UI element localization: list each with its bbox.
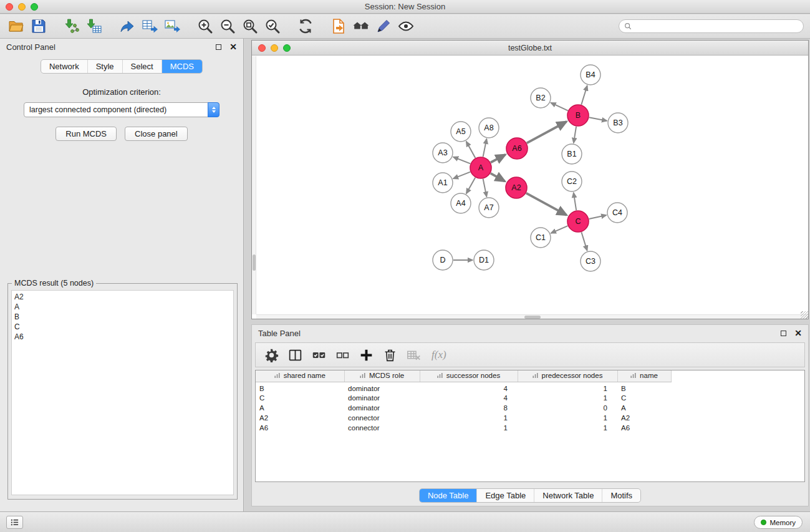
tab-motifs[interactable]: Motifs [602,489,640,502]
zoom-fit-button[interactable] [239,16,261,36]
edge-A-A4[interactable] [466,178,475,194]
edge-C-C3[interactable] [581,232,587,251]
edge-A2-C[interactable] [526,193,567,215]
edge-A-A5[interactable] [466,142,476,158]
graph-node-A5[interactable]: A5 [451,122,471,142]
deselect-all-button[interactable] [334,347,351,364]
show-graphics-button[interactable] [395,16,417,36]
tab-node-table[interactable]: Node Table [420,489,477,502]
edge-B-B4[interactable] [581,85,587,105]
tab-edge-table[interactable]: Edge Table [476,489,534,502]
network-graph[interactable]: B4B2BB3A5A8A6B1A3AC2A1A2A4A7C4CC1C3DD1 [256,56,804,314]
float-panel-icon[interactable] [216,44,221,50]
columns-button[interactable] [287,347,304,364]
import-network-button[interactable] [60,16,83,36]
edge-A-A3[interactable] [453,157,470,164]
graph-node-A6[interactable]: A6 [506,138,528,159]
minimize-window-button[interactable] [18,3,26,11]
graph-node-A2[interactable]: A2 [506,177,527,198]
graph-node-A1[interactable]: A1 [433,173,453,193]
home-views-button[interactable] [350,16,372,36]
save-session-button[interactable] [27,16,50,36]
export-table-button[interactable] [138,16,161,36]
close-panel-button[interactable]: Close panel [125,127,188,141]
column-header-shared-name[interactable]: shared name [256,370,344,382]
function-builder-button[interactable]: f(x) [429,349,446,361]
tab-network[interactable]: Network [41,60,87,73]
horizontal-scrollbar-thumb[interactable] [524,316,541,319]
mcds-result-item[interactable]: A2 [12,292,233,302]
copy-document-button[interactable] [327,16,350,36]
column-header-predecessor-nodes[interactable]: predecessor nodes [518,370,617,382]
table-row[interactable]: Bdominator41B [256,382,671,393]
export-image-button[interactable] [161,16,183,36]
edge-B-B2[interactable] [551,103,567,111]
network-zoom-button[interactable] [283,44,291,52]
tab-network-table[interactable]: Network Table [534,489,602,502]
graph-node-C3[interactable]: C3 [581,251,600,271]
import-table-button[interactable] [83,16,105,36]
graph-node-B4[interactable]: B4 [581,65,600,85]
close-table-panel-icon[interactable]: ✕ [794,329,802,337]
table-x-button[interactable] [405,347,422,364]
optimization-criterion-select[interactable]: largest connected component (directed) [24,102,219,117]
network-close-button[interactable] [258,44,266,52]
float-table-panel-icon[interactable] [781,331,786,336]
graph-node-C[interactable]: C [567,211,589,232]
network-minimize-button[interactable] [271,44,278,52]
edge-A-A8[interactable] [483,139,487,157]
graph-node-A8[interactable]: A8 [479,118,499,138]
edge-C-C4[interactable] [589,215,607,219]
vertical-scrollbar-thumb[interactable] [253,254,256,271]
mcds-result-item[interactable]: A [12,302,233,312]
table-row[interactable]: A2connector11A2 [256,413,671,423]
run-mcds-button[interactable]: Run MCDS [55,127,117,141]
edge-A-A6[interactable] [491,155,506,163]
refresh-layout-button[interactable] [294,16,317,36]
zoom-selected-button[interactable] [261,16,284,36]
graph-node-B[interactable]: B [567,105,589,126]
table-row[interactable]: Cdominator41C [256,393,671,403]
tab-select[interactable]: Select [122,60,162,73]
mcds-result-item[interactable]: A6 [12,332,233,342]
select-all-button[interactable] [311,347,327,364]
edge-A-A1[interactable] [453,172,470,179]
edge-B-B3[interactable] [589,117,607,120]
graph-node-B1[interactable]: B1 [562,144,582,164]
edge-A-A7[interactable] [483,179,487,197]
table-row[interactable]: A6connector11A6 [256,423,671,433]
graph-node-B2[interactable]: B2 [531,88,551,108]
column-header-successor-nodes[interactable]: successor nodes [420,370,518,382]
mcds-result-item[interactable]: B [12,312,233,322]
tab-style[interactable]: Style [87,60,122,73]
zoom-out-button[interactable] [216,16,239,36]
tab-mcds[interactable]: MCDS [162,60,202,73]
zoom-in-button[interactable] [194,16,216,36]
graph-node-A4[interactable]: A4 [451,193,471,213]
open-session-button[interactable] [5,16,27,36]
column-header-name[interactable]: name [617,370,671,382]
close-window-button[interactable] [6,3,13,11]
column-header-mcds-role[interactable]: MCDS role [344,370,420,382]
export-network-button[interactable] [116,16,138,36]
graph-node-A[interactable]: A [470,157,491,178]
graph-node-C1[interactable]: C1 [531,228,551,248]
memory-button[interactable]: Memory [754,516,803,529]
trash-button[interactable] [382,347,398,364]
graph-node-B3[interactable]: B3 [608,113,628,133]
resize-grip[interactable] [801,311,808,319]
edge-B-B1[interactable] [574,127,576,143]
task-history-button[interactable] [6,516,23,529]
search-box[interactable] [619,19,804,33]
edge-A6-B[interactable] [527,122,567,143]
annotate-button[interactable] [372,16,395,36]
zoom-window-button[interactable] [31,3,38,11]
graph-node-C4[interactable]: C4 [607,203,627,223]
edge-C-C2[interactable] [574,193,576,210]
close-panel-icon[interactable]: ✕ [229,42,237,51]
graph-node-A3[interactable]: A3 [433,143,453,163]
table-row[interactable]: Adominator80A [256,403,671,413]
network-canvas[interactable]: B4B2BB3A5A8A6B1A3AC2A1A2A4A7C4CC1C3DD1 [252,56,808,319]
edge-C-C1[interactable] [551,226,568,233]
graph-node-D[interactable]: D [433,250,453,270]
